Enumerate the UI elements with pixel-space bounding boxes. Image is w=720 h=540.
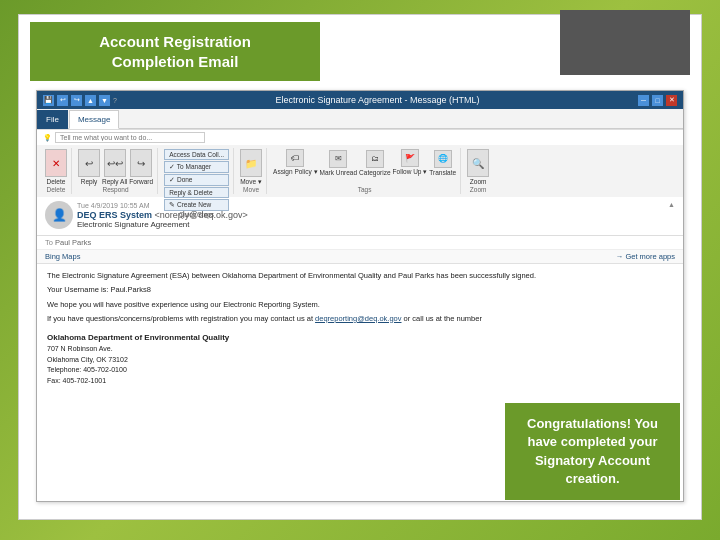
- tab-file[interactable]: File: [37, 110, 68, 129]
- body-line-4: If you have questions/concerns/problems …: [47, 313, 673, 324]
- undo-icon[interactable]: ↩: [57, 95, 68, 106]
- email-signature: Oklahoma Department of Environmental Qua…: [47, 332, 673, 386]
- qs-access-data[interactable]: Access Data Coll...: [164, 149, 229, 160]
- slide: Account Registration Completion Email 💾 …: [0, 0, 720, 540]
- body-line-1: The Electronic Signature Agreement (ESA)…: [47, 270, 673, 281]
- congrats-text: Congratulations! You have completed your…: [527, 416, 658, 486]
- org-name: Oklahoma Department of Environmental Qua…: [47, 332, 673, 344]
- maximize-button[interactable]: □: [652, 95, 663, 106]
- search-input[interactable]: [55, 132, 205, 143]
- ribbon-search-bar: 💡: [37, 129, 683, 145]
- window-title: Electronic Signature Agreement - Message…: [117, 95, 638, 105]
- tab-message[interactable]: Message: [69, 110, 119, 129]
- email-contact-link[interactable]: deqreporting@deq.ok.gov: [315, 314, 401, 323]
- dark-rectangle: [560, 10, 690, 75]
- body-line-3: We hope you will have positive experienc…: [47, 299, 673, 310]
- email-from: DEQ ERS System <noreply@deq.ok.gov>: [77, 210, 664, 220]
- qs-done[interactable]: ✓ Done: [164, 174, 229, 186]
- email-header: 👤 Tue 4/9/2019 10:55 AM DEQ ERS System <…: [37, 197, 683, 236]
- minimize-button[interactable]: ─: [638, 95, 649, 106]
- assign-policy-button[interactable]: 🏷 Assign Policy ▾: [273, 149, 317, 176]
- address-line-1: 707 N Robinson Ave.: [47, 344, 673, 355]
- title-box: Account Registration Completion Email: [30, 22, 320, 81]
- title-bar: 💾 ↩ ↪ ▲ ▼ ? Electronic Signature Agreeme…: [37, 91, 683, 109]
- close-button[interactable]: ✕: [666, 95, 677, 106]
- sender-avatar: 👤: [45, 201, 73, 229]
- get-more-apps-link[interactable]: → Get more apps: [616, 252, 675, 261]
- lightbulb-icon: 💡: [43, 134, 52, 142]
- save-icon[interactable]: 💾: [43, 95, 54, 106]
- categorize-button[interactable]: 🗂 Categorize: [359, 150, 390, 176]
- ribbon-group-delete: ✕ Delete Delete: [41, 148, 72, 194]
- follow-up-button[interactable]: 🚩 Follow Up ▾: [393, 149, 428, 176]
- down-icon[interactable]: ▼: [99, 95, 110, 106]
- bing-maps-bar: Bing Maps → Get more apps: [37, 250, 683, 264]
- delete-button[interactable]: ✕ Delete: [45, 149, 67, 185]
- reply-button[interactable]: ↩ Reply: [78, 149, 100, 185]
- ribbon-body: ✕ Delete Delete ↩ Reply ↩↩ Reply All: [37, 145, 683, 197]
- phone: Telephone: 405-702-0100: [47, 365, 673, 376]
- up-icon[interactable]: ▲: [85, 95, 96, 106]
- email-subject: Electronic Signature Agreement: [77, 220, 664, 229]
- fax: Fax: 405-702-1001: [47, 376, 673, 387]
- redo-icon[interactable]: ↪: [71, 95, 82, 106]
- qs-reply-delete[interactable]: Reply & Delete: [164, 187, 229, 198]
- zoom-button[interactable]: 🔍 Zoom: [467, 149, 489, 185]
- translate-button[interactable]: 🌐 Translate: [429, 150, 456, 176]
- ribbon-tabs: File Message: [37, 109, 683, 129]
- qs-to-manager[interactable]: ✓ To Manager: [164, 161, 229, 173]
- mark-unread-button[interactable]: ✉ Mark Unread: [320, 150, 358, 176]
- congratulations-box: Congratulations! You have completed your…: [505, 403, 680, 500]
- forward-button[interactable]: ↪ Forward: [129, 149, 153, 185]
- title-line1: Account Registration: [99, 33, 251, 50]
- sender-info: Tue 4/9/2019 10:55 AM DEQ ERS System <no…: [77, 202, 664, 229]
- bing-maps-link[interactable]: Bing Maps: [45, 252, 80, 261]
- ribbon-group-tags: 🏷 Assign Policy ▾ ✉ Mark Unread 🗂 Catego…: [269, 148, 461, 194]
- email-body: The Electronic Signature Agreement (ESA)…: [37, 264, 683, 392]
- email-to-row: To Paul Parks: [37, 236, 683, 250]
- ribbon-group-respond: ↩ Reply ↩↩ Reply All ↪ Forward Respond: [74, 148, 158, 194]
- title-line2: Completion Email: [112, 53, 239, 70]
- email-timestamp: Tue 4/9/2019 10:55 AM: [77, 202, 664, 209]
- address-line-2: Oklahoma City, OK 73102: [47, 355, 673, 366]
- expand-button[interactable]: ▲: [668, 201, 675, 208]
- body-line-2: Your Username is: Paul.Parks8: [47, 284, 673, 295]
- ribbon-group-editing: 🔍 Zoom Zoom: [463, 148, 493, 194]
- move-button[interactable]: 📁 Move ▾: [240, 149, 262, 186]
- ribbon-group-move: 📁 Move ▾ Move: [236, 148, 267, 194]
- reply-all-button[interactable]: ↩↩ Reply All: [102, 149, 127, 185]
- ribbon-group-quick-steps: Access Data Coll... ✓ To Manager ✓ Done …: [160, 148, 234, 194]
- email-to: Paul Parks: [55, 238, 91, 247]
